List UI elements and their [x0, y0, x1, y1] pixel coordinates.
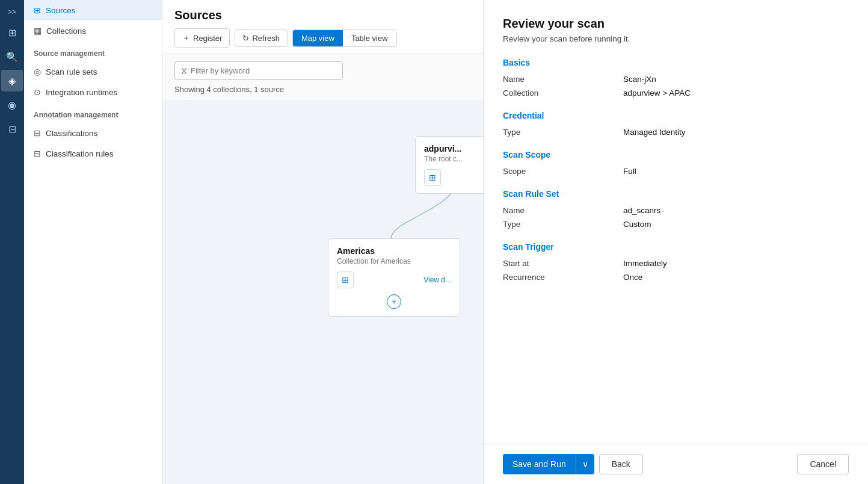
- review-scan-rule-set-type-row: Type Custom: [503, 220, 849, 229]
- review-scan-trigger-title: Scan Trigger: [503, 242, 849, 252]
- expand-rail-button[interactable]: >>: [1, 5, 23, 19]
- review-title: Review your scan: [503, 17, 849, 31]
- main-content: Sources ＋ Register ↻ Refresh Map view Ta…: [162, 0, 483, 484]
- adpurview-card-icons: ⊞: [424, 169, 483, 186]
- search-input[interactable]: [191, 66, 336, 75]
- review-scan-scope-title: Scan Scope: [503, 150, 849, 160]
- back-button[interactable]: Back: [599, 454, 643, 474]
- review-credential-type-row: Type Managed Identity: [503, 128, 849, 137]
- americas-add-button[interactable]: ＋: [387, 294, 401, 309]
- review-scan-rule-set-name-row: Name ad_scanrs: [503, 206, 849, 215]
- adpurview-card-title: adpurvi...: [424, 144, 483, 154]
- adpurview-card-subtitle: The root c...: [424, 155, 483, 163]
- review-scan-trigger-section: Scan Trigger Start at Immediately Recurr…: [503, 242, 849, 282]
- collections-icon: ▦: [34, 26, 42, 36]
- filter-input-wrap: ⧖: [174, 61, 343, 80]
- toolbar: ＋ Register ↻ Refresh Map view Table view: [174, 28, 471, 48]
- review-panel-body: Review your scan Review your scan before…: [484, 0, 868, 444]
- review-basics-name-label: Name: [503, 75, 623, 84]
- sidebar-item-collections[interactable]: ▦ Collections: [24, 20, 162, 41]
- sidebar-scan-rule-sets-label: Scan rule sets: [46, 67, 97, 76]
- map-canvas: adpurvi... The root c... ⊞ Americas Coll…: [162, 100, 483, 484]
- save-and-run-dropdown-icon[interactable]: ∨: [576, 454, 594, 474]
- review-basics-collection-row: Collection adpurview > APAC: [503, 88, 849, 98]
- save-and-run-label: Save and Run: [503, 454, 576, 474]
- adpurview-grid-icon[interactable]: ⊞: [424, 169, 441, 186]
- sidebar-item-scan-rule-sets[interactable]: ◎ Scan rule sets: [24, 61, 162, 82]
- table-view-button[interactable]: Table view: [343, 30, 396, 46]
- annotation-management-section: Annotation management: [24, 102, 162, 123]
- page-title: Sources: [174, 8, 471, 22]
- sidebar-classifications-label: Classifications: [46, 129, 97, 138]
- cancel-button[interactable]: Cancel: [797, 454, 849, 474]
- register-button[interactable]: ＋ Register: [174, 28, 230, 48]
- sidebar-item-sources[interactable]: ⊞ Sources: [24, 0, 162, 20]
- review-scan-rule-set-name-value: ad_scanrs: [623, 206, 660, 215]
- review-subtitle: Review your scan before running it.: [503, 34, 849, 43]
- classification-rules-icon: ⊟: [34, 149, 41, 158]
- refresh-label: Refresh: [252, 34, 280, 43]
- sidebar-item-classifications[interactable]: ⊟ Classifications: [24, 123, 162, 143]
- review-scan-trigger-recurrence-label: Recurrence: [503, 273, 623, 282]
- adpurview-card: adpurvi... The root c... ⊞: [415, 136, 483, 194]
- americas-card-subtitle: Collection for Americas: [337, 257, 451, 265]
- sidebar-item-integration-runtimes[interactable]: ⊙ Integration runtimes: [24, 82, 162, 102]
- sources-header: Sources ＋ Register ↻ Refresh Map view Ta…: [162, 0, 483, 54]
- review-scan-rule-set-section: Scan Rule Set Name ad_scanrs Type Custom: [503, 189, 849, 229]
- sidebar: ⊞ Sources ▦ Collections Source managemen…: [24, 0, 162, 484]
- review-scan-rule-set-type-label: Type: [503, 220, 623, 229]
- review-scan-trigger-recurrence-row: Recurrence Once: [503, 273, 849, 282]
- filter-icon: ⧖: [181, 66, 187, 76]
- americas-card: Americas Collection for Americas ⊞ View …: [328, 238, 460, 317]
- review-scan-trigger-recurrence-value: Once: [623, 273, 642, 282]
- classifications-icon: ⊟: [34, 128, 41, 138]
- review-basics-name-value: Scan-jXn: [623, 75, 656, 84]
- review-scan-trigger-startat-value: Immediately: [623, 259, 667, 268]
- integration-runtimes-icon: ⊙: [34, 87, 41, 97]
- review-panel: Review your scan Review your scan before…: [483, 0, 868, 484]
- review-scope-value: Full: [623, 167, 636, 176]
- refresh-button[interactable]: ↻ Refresh: [235, 29, 288, 47]
- americas-card-title: Americas: [337, 246, 451, 256]
- view-toggle: Map view Table view: [292, 29, 397, 47]
- americas-card-icons: ⊞ View d...: [337, 271, 451, 288]
- review-credential-type-value: Managed Identity: [623, 128, 686, 137]
- review-scan-trigger-startat-row: Start at Immediately: [503, 259, 849, 268]
- scan-rule-sets-icon: ◎: [34, 67, 41, 76]
- review-scan-trigger-startat-label: Start at: [503, 259, 623, 268]
- americas-grid-icon[interactable]: ⊞: [337, 271, 354, 288]
- source-management-section: Source management: [24, 41, 162, 61]
- review-basics-collection-label: Collection: [503, 88, 623, 98]
- register-icon: ＋: [182, 33, 190, 43]
- sidebar-sources-label: Sources: [46, 6, 76, 15]
- home-nav-icon[interactable]: ⊞: [1, 22, 23, 43]
- review-basics-name-row: Name Scan-jXn: [503, 75, 849, 84]
- sidebar-integration-runtimes-label: Integration runtimes: [46, 88, 117, 97]
- sidebar-collections-label: Collections: [46, 26, 86, 36]
- review-footer: Save and Run ∨ Back Cancel: [484, 444, 868, 484]
- manage-nav-icon[interactable]: ⊟: [1, 118, 23, 140]
- review-scope-label: Scope: [503, 167, 623, 176]
- review-scan-rule-set-title: Scan Rule Set: [503, 189, 849, 199]
- showing-text: Showing 4 collections, 1 source: [162, 85, 483, 100]
- review-scope-row: Scope Full: [503, 167, 849, 176]
- americas-view-details-link[interactable]: View d...: [423, 276, 451, 284]
- sidebar-item-classification-rules[interactable]: ⊟ Classification rules: [24, 143, 162, 164]
- search-nav-icon[interactable]: 🔍: [1, 46, 23, 67]
- map-view-button[interactable]: Map view: [293, 30, 343, 46]
- review-basics-section: Basics Name Scan-jXn Collection adpurvie…: [503, 58, 849, 98]
- icon-rail: >> ⊞ 🔍 ◈ ◉ ⊟: [0, 0, 24, 484]
- review-scan-scope-section: Scan Scope Scope Full: [503, 150, 849, 176]
- review-basics-title: Basics: [503, 58, 849, 67]
- refresh-icon: ↻: [242, 34, 249, 43]
- catalog-nav-icon[interactable]: ◈: [1, 70, 23, 92]
- register-label: Register: [193, 34, 222, 43]
- insights-nav-icon[interactable]: ◉: [1, 94, 23, 116]
- review-credential-type-label: Type: [503, 128, 623, 137]
- sources-icon: ⊞: [34, 5, 41, 15]
- save-and-run-button[interactable]: Save and Run ∨: [503, 454, 594, 474]
- review-scan-rule-set-name-label: Name: [503, 206, 623, 215]
- review-credential-section: Credential Type Managed Identity: [503, 111, 849, 137]
- review-scan-rule-set-type-value: Custom: [623, 220, 651, 229]
- review-basics-collection-value: adpurview > APAC: [623, 88, 691, 98]
